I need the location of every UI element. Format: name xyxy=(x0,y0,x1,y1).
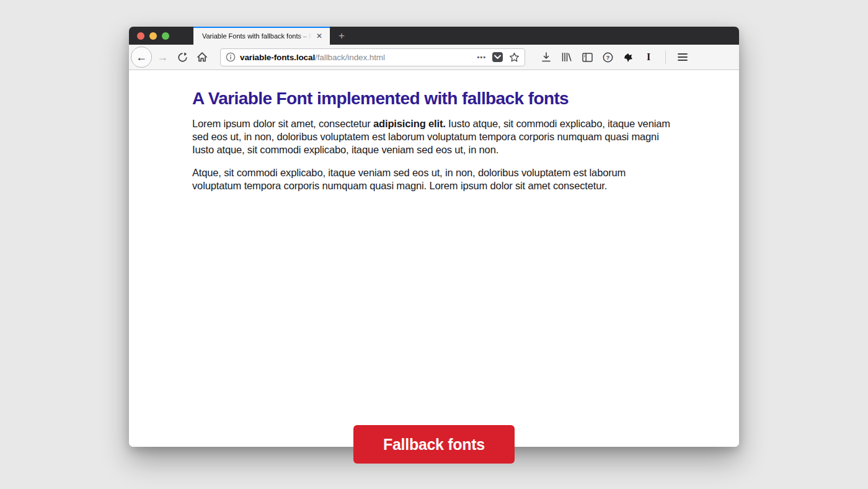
url-bar[interactable]: variable-fonts.local/fallback/index.html… xyxy=(220,48,525,66)
reload-icon xyxy=(177,52,188,63)
sidebar-button[interactable] xyxy=(581,51,593,63)
pointer-extension-icon xyxy=(623,52,634,63)
info-icon xyxy=(226,52,236,62)
svg-text:?: ? xyxy=(606,54,609,61)
question-circle-icon: ? xyxy=(603,52,613,63)
forward-button[interactable]: → xyxy=(153,51,172,64)
pocket-icon xyxy=(494,55,501,60)
page-title: A Variable Font implemented with fallbac… xyxy=(192,89,569,109)
paragraph-1-bold: adipisicing elit. xyxy=(373,118,446,129)
toolbar-divider xyxy=(665,50,666,64)
window-controls xyxy=(129,27,193,45)
zoom-window-button[interactable] xyxy=(162,32,169,40)
pointer-extension-button[interactable] xyxy=(622,51,634,63)
tab-close-icon[interactable]: ✕ xyxy=(315,31,324,41)
serif-i-extension-button[interactable]: I xyxy=(642,51,655,63)
download-icon xyxy=(541,52,551,63)
url-text[interactable]: variable-fonts.local/fallback/index.html xyxy=(240,53,472,62)
url-host: variable-fonts.local xyxy=(240,53,315,62)
browser-window: Variable Fonts with fallback fonts – F ✕… xyxy=(129,27,739,447)
menu-icon xyxy=(678,53,688,61)
bookmark-star-icon xyxy=(509,52,520,63)
navigation-toolbar: ← → variable-fonts xyxy=(129,45,739,70)
forward-icon: → xyxy=(157,51,168,64)
home-icon xyxy=(197,52,208,63)
back-icon: ← xyxy=(136,51,147,64)
active-tab-indicator xyxy=(193,27,330,28)
tab-title: Variable Fonts with fallback fonts – F xyxy=(202,32,311,40)
reload-button[interactable] xyxy=(173,48,192,66)
home-button[interactable] xyxy=(193,48,211,66)
close-window-button[interactable] xyxy=(137,32,144,40)
bookmark-button[interactable] xyxy=(509,52,520,63)
url-path: /fallback/index.html xyxy=(315,53,385,62)
fallback-fonts-button[interactable]: Fallback fonts xyxy=(353,425,515,464)
page-actions-icon[interactable]: ••• xyxy=(477,53,486,61)
minimize-window-button[interactable] xyxy=(149,32,157,40)
site-info-button[interactable] xyxy=(226,52,236,62)
paragraph-1: Lorem ipsum dolor sit amet, consectetur … xyxy=(192,117,677,156)
library-icon xyxy=(561,52,572,62)
library-button[interactable] xyxy=(560,51,573,63)
pocket-button[interactable] xyxy=(492,52,503,62)
toolbar-right-icons: ? I xyxy=(540,50,689,64)
downloads-button[interactable] xyxy=(540,51,552,63)
titlebar: Variable Fonts with fallback fonts – F ✕… xyxy=(129,27,739,45)
new-tab-button[interactable]: + xyxy=(332,27,351,45)
serif-i-extension-icon: I xyxy=(647,52,650,63)
question-extension-button[interactable]: ? xyxy=(601,51,614,63)
menu-button[interactable] xyxy=(676,51,689,63)
url-actions: ••• xyxy=(477,52,520,63)
paragraph-2: Atque, sit commodi explicabo, itaque ven… xyxy=(192,166,677,192)
browser-tab-active[interactable]: Variable Fonts with fallback fonts – F ✕ xyxy=(193,27,330,45)
back-button[interactable]: ← xyxy=(131,47,152,68)
paragraph-1-pre: Lorem ipsum dolor sit amet, consectetur xyxy=(192,118,373,129)
sidebar-icon xyxy=(582,53,593,62)
body-text: Lorem ipsum dolor sit amet, consectetur … xyxy=(192,117,677,192)
page-content: A Variable Font implemented with fallbac… xyxy=(129,70,739,447)
